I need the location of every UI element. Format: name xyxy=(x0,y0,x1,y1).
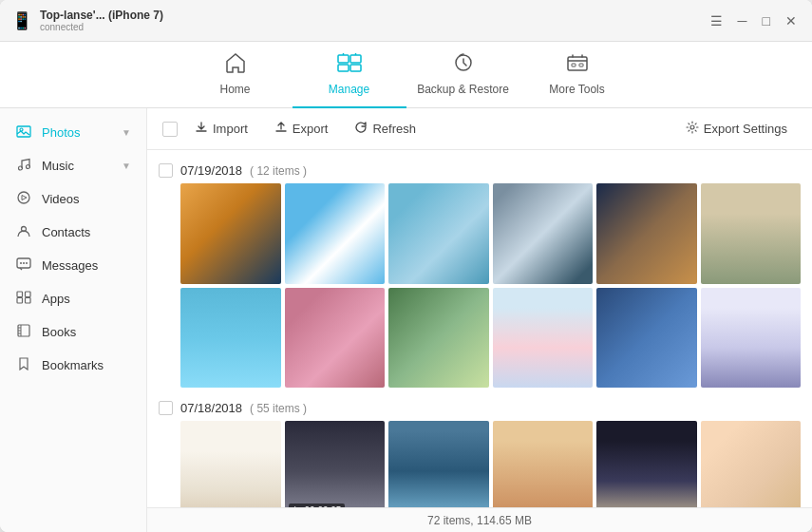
status-bar: 72 items, 114.65 MB xyxy=(147,507,812,532)
photo-thumb[interactable] xyxy=(596,183,697,284)
svg-point-23 xyxy=(690,125,694,129)
svg-point-9 xyxy=(20,128,23,131)
sidebar-item-books[interactable]: Books xyxy=(0,315,146,349)
menu-icon[interactable]: ☰ xyxy=(707,11,727,30)
svg-rect-19 xyxy=(26,292,31,297)
backup-icon xyxy=(451,52,476,79)
books-icon xyxy=(15,324,32,340)
music-arrow: ▼ xyxy=(122,161,131,171)
sidebar-item-contacts[interactable]: Contacts xyxy=(0,216,146,249)
sidebar-item-videos[interactable]: Videos xyxy=(0,182,146,216)
export-icon xyxy=(274,121,288,137)
sidebar-item-photos[interactable]: Photos ▼ xyxy=(0,116,146,149)
photo-group: 07/18/2018( 55 items )00:00:05 xyxy=(159,395,801,507)
photo-thumb[interactable] xyxy=(285,288,386,389)
group-date: 07/18/2018 xyxy=(180,401,242,415)
photo-thumb[interactable] xyxy=(180,288,281,389)
group-header: 07/18/2018( 55 items ) xyxy=(159,395,801,421)
svg-rect-21 xyxy=(26,298,31,304)
manage-icon xyxy=(336,52,363,79)
photo-thumb[interactable]: 00:00:05 xyxy=(285,421,386,507)
svg-rect-3 xyxy=(350,65,361,71)
import-icon xyxy=(195,121,208,137)
status-text: 72 items, 114.65 MB xyxy=(427,514,532,527)
sidebar-item-messages[interactable]: Messages xyxy=(0,249,146,282)
photo-thumb[interactable] xyxy=(180,421,281,507)
tab-manage[interactable]: Manage xyxy=(293,42,406,108)
export-label: Export xyxy=(293,122,329,136)
sidebar: Photos ▼ Music ▼ xyxy=(0,108,147,532)
sidebar-item-bookmarks[interactable]: Bookmarks xyxy=(0,349,146,382)
group-count: ( 55 items ) xyxy=(250,402,307,415)
device-text: Top-lanse'... (iPhone 7) connected xyxy=(40,9,163,32)
refresh-button[interactable]: Refresh xyxy=(345,116,425,142)
import-button[interactable]: Import xyxy=(185,116,257,142)
tab-manage-label: Manage xyxy=(329,83,369,96)
svg-rect-20 xyxy=(17,298,23,304)
svg-point-17 xyxy=(26,262,28,264)
export-settings-button[interactable]: Export Settings xyxy=(676,116,797,142)
tab-home[interactable]: Home xyxy=(179,42,293,108)
group-checkbox[interactable] xyxy=(159,163,173,178)
photo-thumb[interactable] xyxy=(493,183,594,284)
svg-point-15 xyxy=(20,262,22,264)
photo-thumb[interactable] xyxy=(493,288,594,389)
contacts-icon xyxy=(15,224,32,240)
svg-rect-0 xyxy=(338,55,349,63)
svg-rect-5 xyxy=(568,57,587,70)
group-checkbox[interactable] xyxy=(159,401,173,415)
close-button[interactable]: ✕ xyxy=(782,11,801,30)
tab-backup[interactable]: Backup & Restore xyxy=(406,42,520,108)
svg-rect-7 xyxy=(579,64,583,66)
messages-icon xyxy=(15,257,32,274)
tab-home-label: Home xyxy=(219,83,250,96)
group-header: 07/19/2018( 12 items ) xyxy=(159,158,801,183)
music-icon xyxy=(15,158,32,174)
sidebar-videos-label: Videos xyxy=(42,192,131,206)
photo-thumb[interactable] xyxy=(596,421,697,507)
photo-thumb[interactable] xyxy=(388,421,489,507)
photo-thumb[interactable] xyxy=(701,421,802,507)
maximize-button[interactable]: □ xyxy=(759,11,774,30)
svg-rect-6 xyxy=(572,64,576,66)
sidebar-contacts-label: Contacts xyxy=(42,225,131,239)
content-area: Import Export xyxy=(147,108,812,532)
photo-thumb[interactable] xyxy=(596,288,697,389)
svg-rect-18 xyxy=(17,292,23,297)
device-info: 📱 Top-lanse'... (iPhone 7) connected xyxy=(11,9,707,32)
toolbar: Import Export xyxy=(147,108,812,150)
photo-thumb[interactable] xyxy=(388,288,489,389)
home-icon xyxy=(224,52,247,79)
export-button[interactable]: Export xyxy=(265,116,338,142)
export-settings-label: Export Settings xyxy=(704,122,787,136)
sidebar-music-label: Music xyxy=(42,159,112,173)
nav-tabs: Home Manage Back xyxy=(0,42,812,108)
photo-grid: 00:00:05 xyxy=(159,421,801,507)
photo-thumb[interactable] xyxy=(701,288,802,389)
video-badge: 00:00:05 xyxy=(289,504,346,508)
tools-icon xyxy=(565,52,590,79)
minimize-button[interactable]: ─ xyxy=(734,11,751,30)
tab-tools[interactable]: More Tools xyxy=(520,42,634,108)
device-icon: 📱 xyxy=(11,10,32,31)
app-window: 📱 Top-lanse'... (iPhone 7) connected ☰ ─… xyxy=(0,0,812,532)
photo-content[interactable]: 07/19/2018( 12 items )07/18/2018( 55 ite… xyxy=(147,150,812,507)
main-content: Photos ▼ Music ▼ xyxy=(0,108,812,532)
photo-thumb[interactable] xyxy=(493,421,594,507)
photos-icon xyxy=(15,124,32,141)
photo-thumb[interactable] xyxy=(388,183,489,284)
select-all-checkbox[interactable] xyxy=(162,122,178,137)
sidebar-item-apps[interactable]: Apps xyxy=(0,282,146,315)
bookmarks-icon xyxy=(15,357,32,373)
svg-point-12 xyxy=(18,192,29,203)
photo-thumb[interactable] xyxy=(285,183,386,284)
svg-rect-8 xyxy=(17,126,30,137)
refresh-icon xyxy=(354,121,368,137)
sidebar-item-music[interactable]: Music ▼ xyxy=(0,149,146,182)
sidebar-bookmarks-label: Bookmarks xyxy=(42,358,131,372)
tab-tools-label: More Tools xyxy=(549,83,604,96)
import-label: Import xyxy=(213,122,248,136)
photo-thumb[interactable] xyxy=(701,183,802,284)
photo-thumb[interactable] xyxy=(180,183,281,284)
apps-icon xyxy=(15,291,32,307)
